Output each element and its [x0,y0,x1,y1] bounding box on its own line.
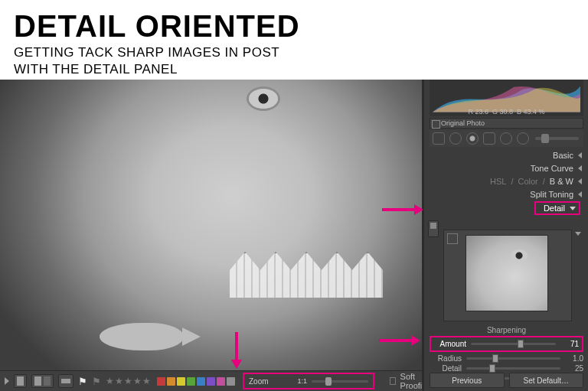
chevron-left-icon [578,165,582,171]
banner-subtitle-2: WITH THE DETAIL PANEL [14,62,574,77]
annotation-arrow-zoom [231,332,242,369]
graduated-filter-tool-icon[interactable] [483,132,495,145]
panel-tone-curve[interactable]: Tone Curve [430,161,583,174]
slider-detail-track[interactable] [466,367,560,370]
slider-amount-value[interactable]: 71 [560,340,579,348]
histogram[interactable]: R 23.6 G 30.8 B 43.4 % [430,80,583,116]
view-mode-before-after-tb[interactable] [58,374,74,388]
zoom-label: Zoom [249,377,269,386]
slider-detail-knob[interactable] [489,364,495,373]
panel-basic[interactable]: Basic [430,148,583,161]
chevron-down-icon[interactable] [575,232,581,236]
slider-radius-knob[interactable] [492,354,498,363]
slider-radius-track[interactable] [466,357,560,360]
swatch-purple[interactable] [207,377,215,386]
zoom-slider-knob[interactable] [325,377,332,386]
swatch-orange[interactable] [167,377,175,386]
panel-detail-label: Detail [544,204,565,213]
tool-slider[interactable] [535,137,579,140]
swatch-gray[interactable] [227,377,235,386]
radial-filter-tool-icon[interactable] [500,132,512,145]
flag-pick-icon[interactable]: ⚑ [78,376,87,387]
panel-split-toning[interactable]: Split Toning [430,187,583,200]
set-default-button[interactable]: Set Default… [509,373,584,388]
tool-slider-knob[interactable] [541,134,549,143]
panel-hsl-color-bw[interactable]: HSL/Color/B & W [430,174,583,187]
spot-removal-tool-icon[interactable] [449,132,462,145]
tutorial-banner: DETAIL ORIENTED GETTING TACK SHARP IMAGE… [0,0,588,80]
adjustment-brush-tool-icon[interactable] [517,132,529,145]
detail-preview-thumbnail[interactable] [466,235,548,311]
photo-shark-eye [249,89,278,109]
swatch-magenta[interactable] [217,377,225,386]
lightroom-develop-module: ⚑ ⚑ ★★★★★ Zoom 1:1 Soft Proofing [0,80,588,391]
redeye-tool-icon[interactable] [466,132,479,145]
swatch-red[interactable] [157,377,165,386]
annotation-box-amount: Amount 71 [430,336,583,352]
local-adjustments-toolstrip [430,130,583,147]
chevron-left-icon [578,152,582,158]
original-photo-toggle[interactable]: Original Photo [430,118,583,129]
annotation-arrow-detail [382,204,423,215]
slider-amount-knob[interactable] [518,340,524,348]
panel-divider[interactable] [422,80,424,391]
crop-tool-icon[interactable] [433,132,445,145]
view-mode-loupe[interactable] [14,374,27,388]
chevron-left-icon [578,178,582,184]
panel-toggle-switch[interactable] [428,220,439,237]
zoom-slider[interactable] [312,380,368,383]
detail-preview[interactable] [443,230,572,321]
panel-section-list: Basic Tone Curve HSL/Color/B & W Split T… [430,148,583,215]
chevron-left-icon [578,191,582,197]
view-mode-before-after-lr[interactable] [31,374,54,388]
slider-radius-value[interactable]: 1.0 [565,354,583,363]
swatch-blue[interactable] [197,377,205,386]
toolbar-collapse-icon[interactable] [5,377,9,385]
swatch-green[interactable] [187,377,195,386]
swatch-yellow[interactable] [177,377,185,386]
flag-reject-icon[interactable]: ⚑ [92,376,101,387]
preset-buttons: Previous Set Default… [430,373,583,388]
photo-background-fish [100,323,184,350]
panel-detail[interactable]: Detail [430,201,583,215]
annotation-arrow-amount [379,335,420,346]
right-panel: R 23.6 G 30.8 B 43.4 % Original Photo Ba… [422,80,588,391]
annotation-box-detail: Detail [534,201,580,215]
chevron-down-icon [570,207,576,210]
develop-toolbar: ⚑ ⚑ ★★★★★ Zoom 1:1 Soft Proofing [0,370,422,391]
banner-subtitle-1: GETTING TACK SHARP IMAGES IN POST [14,45,574,60]
slider-detail-value[interactable]: 25 [565,364,583,373]
slider-amount-track[interactable] [471,343,556,345]
previous-button[interactable]: Previous [430,373,505,388]
thumbnail-shark-eye [511,249,528,262]
slider-amount-label: Amount [434,340,471,348]
zoom-ratio: 1:1 [298,377,308,385]
slider-radius[interactable]: Radius 1.0 [430,354,583,363]
zoom-control[interactable]: Zoom 1:1 [243,373,374,389]
rating-stars[interactable]: ★★★★★ [106,376,151,386]
histogram-readout: R 23.6 G 30.8 B 43.4 % [430,108,583,116]
photo-canvas[interactable] [0,80,422,370]
slider-detail-label: Detail [430,364,466,373]
banner-title: DETAIL ORIENTED [14,9,574,44]
color-label-swatches[interactable] [157,377,235,386]
photo-shark [0,80,422,370]
detail-preview-target-icon[interactable] [447,233,458,244]
soft-proofing-checkbox[interactable] [390,377,395,385]
slider-amount[interactable]: Amount 71 [434,339,579,349]
slider-radius-label: Radius [430,354,466,363]
sharpening-title: Sharpening [430,326,583,334]
